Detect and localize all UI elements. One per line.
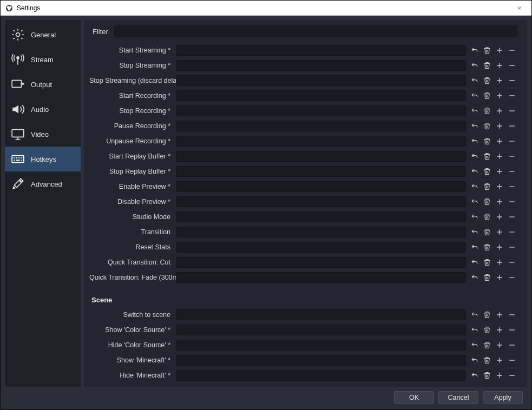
plus-icon[interactable] [494, 196, 505, 207]
plus-icon[interactable] [494, 90, 505, 101]
undo-icon[interactable] [469, 325, 480, 335]
trash-icon[interactable] [482, 355, 492, 366]
trash-icon[interactable] [482, 60, 492, 71]
minus-icon[interactable] [507, 227, 517, 237]
plus-icon[interactable] [494, 181, 505, 192]
hotkey-input[interactable] [176, 272, 466, 283]
sidebar-item-general[interactable]: General [5, 22, 81, 47]
minus-icon[interactable] [507, 181, 517, 192]
minus-icon[interactable] [507, 60, 517, 71]
hotkey-input[interactable] [176, 340, 466, 351]
hotkey-input[interactable] [176, 242, 466, 253]
undo-icon[interactable] [469, 60, 480, 71]
trash-icon[interactable] [482, 272, 492, 283]
minus-icon[interactable] [507, 45, 517, 56]
ok-button[interactable]: OK [394, 391, 434, 404]
undo-icon[interactable] [469, 136, 480, 147]
minus-icon[interactable] [507, 211, 517, 222]
sidebar-item-video[interactable]: Video [5, 122, 81, 147]
filter-input[interactable] [114, 25, 517, 37]
trash-icon[interactable] [482, 136, 492, 147]
hotkey-input[interactable] [176, 325, 466, 335]
minus-icon[interactable] [507, 196, 517, 207]
undo-icon[interactable] [469, 90, 480, 101]
plus-icon[interactable] [494, 75, 505, 86]
hotkey-input[interactable] [176, 370, 466, 381]
undo-icon[interactable] [469, 181, 480, 192]
plus-icon[interactable] [494, 105, 505, 116]
plus-icon[interactable] [494, 257, 505, 268]
plus-icon[interactable] [494, 45, 505, 56]
trash-icon[interactable] [482, 370, 492, 381]
minus-icon[interactable] [507, 257, 517, 268]
sidebar-item-stream[interactable]: Stream [5, 47, 81, 72]
plus-icon[interactable] [494, 309, 505, 320]
undo-icon[interactable] [469, 355, 480, 366]
trash-icon[interactable] [482, 309, 492, 320]
undo-icon[interactable] [469, 45, 480, 56]
undo-icon[interactable] [469, 370, 480, 381]
trash-icon[interactable] [482, 196, 492, 207]
minus-icon[interactable] [507, 151, 517, 162]
hotkey-input[interactable] [176, 181, 466, 192]
apply-button[interactable]: Apply [483, 391, 523, 404]
undo-icon[interactable] [469, 309, 480, 320]
trash-icon[interactable] [482, 105, 492, 116]
trash-icon[interactable] [482, 166, 492, 177]
minus-icon[interactable] [507, 355, 517, 366]
hotkey-input[interactable] [176, 211, 466, 222]
plus-icon[interactable] [494, 136, 505, 147]
hotkey-input[interactable] [176, 166, 466, 177]
trash-icon[interactable] [482, 242, 492, 253]
undo-icon[interactable] [469, 151, 480, 162]
trash-icon[interactable] [482, 340, 492, 351]
hotkey-input[interactable] [176, 355, 466, 366]
undo-icon[interactable] [469, 166, 480, 177]
hotkey-input[interactable] [176, 75, 466, 86]
trash-icon[interactable] [482, 181, 492, 192]
hotkey-input[interactable] [176, 60, 466, 71]
cancel-button[interactable]: Cancel [438, 391, 478, 404]
plus-icon[interactable] [494, 370, 505, 381]
trash-icon[interactable] [482, 211, 492, 222]
plus-icon[interactable] [494, 227, 505, 237]
minus-icon[interactable] [507, 75, 517, 86]
plus-icon[interactable] [494, 355, 505, 366]
undo-icon[interactable] [469, 75, 480, 86]
plus-icon[interactable] [494, 242, 505, 253]
hotkey-input[interactable] [176, 227, 466, 237]
trash-icon[interactable] [482, 45, 492, 56]
minus-icon[interactable] [507, 370, 517, 381]
plus-icon[interactable] [494, 60, 505, 71]
hotkey-input[interactable] [176, 196, 466, 207]
trash-icon[interactable] [482, 151, 492, 162]
plus-icon[interactable] [494, 166, 505, 177]
undo-icon[interactable] [469, 196, 480, 207]
plus-icon[interactable] [494, 272, 505, 283]
minus-icon[interactable] [507, 90, 517, 101]
hotkey-input[interactable] [176, 121, 466, 131]
hotkey-input[interactable] [176, 257, 466, 268]
hotkey-input[interactable] [176, 45, 466, 56]
minus-icon[interactable] [507, 166, 517, 177]
trash-icon[interactable] [482, 121, 492, 131]
minus-icon[interactable] [507, 309, 517, 320]
close-button[interactable] [508, 1, 531, 16]
plus-icon[interactable] [494, 211, 505, 222]
hotkey-input[interactable] [176, 90, 466, 101]
trash-icon[interactable] [482, 90, 492, 101]
undo-icon[interactable] [469, 257, 480, 268]
minus-icon[interactable] [507, 242, 517, 253]
trash-icon[interactable] [482, 75, 492, 86]
undo-icon[interactable] [469, 227, 480, 237]
undo-icon[interactable] [469, 211, 480, 222]
minus-icon[interactable] [507, 105, 517, 116]
undo-icon[interactable] [469, 272, 480, 283]
hotkey-input[interactable] [176, 309, 466, 320]
sidebar-item-audio[interactable]: Audio [5, 97, 81, 122]
hotkey-input[interactable] [176, 136, 466, 147]
plus-icon[interactable] [494, 151, 505, 162]
plus-icon[interactable] [494, 121, 505, 131]
undo-icon[interactable] [469, 340, 480, 351]
plus-icon[interactable] [494, 325, 505, 335]
